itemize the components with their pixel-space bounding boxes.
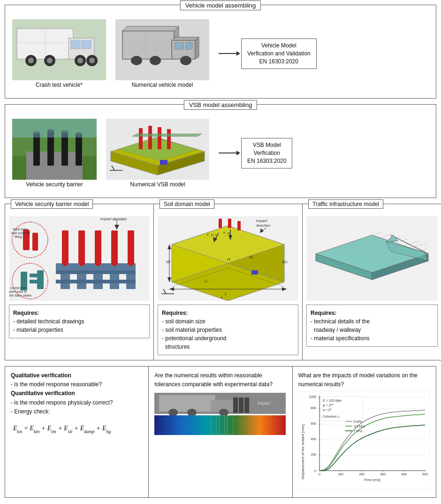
energy-formula: Etot = Ekin + Eint + Esli + Edamp + Ehg xyxy=(11,418,143,439)
svg-point-149 xyxy=(168,409,178,416)
simulation-images-svg: impact xyxy=(154,393,286,435)
svg-rect-33 xyxy=(33,133,40,166)
svg-marker-17 xyxy=(122,26,179,31)
svg-text:1000: 1000 xyxy=(309,395,316,398)
vehicle-arrow-connector: Vehicle ModelVerfication and ValidationE… xyxy=(219,38,317,69)
vehicle-arrow xyxy=(219,53,237,54)
svg-rect-47 xyxy=(139,128,143,149)
svg-text:L: L xyxy=(225,291,227,296)
traffic-model-requires: Requires: - technical details of the roa… xyxy=(306,305,438,347)
vehicle-assembling-section: Vehicle model assembling xyxy=(5,5,436,99)
vsb-verification-text: VSB ModelVerficationEN 16303:2020 xyxy=(247,141,286,165)
numerical-vsb-block: Numerical VSB model xyxy=(106,119,209,188)
svg-text:Time [ms]: Time [ms] xyxy=(364,478,380,482)
variations-question: What are the impacts of model variations… xyxy=(298,371,430,389)
traffic-requires-title: Requires: xyxy=(311,310,336,316)
vsb-assembling-section: VSB model assembling xyxy=(5,104,436,198)
svg-rect-36 xyxy=(76,134,82,166)
svg-text:impact: impact xyxy=(256,219,267,223)
svg-rect-156 xyxy=(154,415,286,435)
svg-text:impact direction: impact direction xyxy=(100,217,127,221)
svg-text:Lₛ: Lₛ xyxy=(205,278,209,283)
svg-point-70 xyxy=(62,260,68,266)
vsb-model-image: Steel tube and concrete filling Connecti… xyxy=(9,216,150,301)
svg-text:200: 200 xyxy=(311,453,316,456)
svg-text:Cohesion c: Cohesion c xyxy=(323,415,340,418)
svg-rect-68 xyxy=(111,230,118,264)
svg-rect-120 xyxy=(251,270,258,275)
soil-model-col: Soil domain model W W₀ L xyxy=(153,204,303,360)
svg-text:3.5 kPa: 3.5 kPa xyxy=(354,425,365,428)
vsb-assembling-title: VSB model assembling xyxy=(184,100,257,110)
svg-rect-154 xyxy=(244,397,249,413)
crash-truck-svg xyxy=(12,19,106,80)
svg-marker-20 xyxy=(172,37,199,40)
svg-text:0: 0 xyxy=(314,469,316,473)
svg-rect-63 xyxy=(56,270,136,274)
svg-point-72 xyxy=(95,260,101,266)
soil-require-1: - soil domain size xyxy=(162,318,205,325)
svg-rect-23 xyxy=(186,43,192,49)
svg-point-71 xyxy=(79,260,84,266)
svg-text:300: 300 xyxy=(380,473,386,476)
svg-rect-64 xyxy=(56,280,136,283)
svg-rect-85 xyxy=(37,270,44,289)
svg-rect-51 xyxy=(160,160,167,165)
traffic-require-1: - technical details of the xyxy=(311,318,370,325)
svg-point-25 xyxy=(150,56,161,65)
vsb-verification-box: VSB ModelVerficationEN 16303:2020 xyxy=(241,138,292,168)
svg-point-12 xyxy=(89,58,95,63)
svg-rect-41 xyxy=(12,119,97,137)
svg-text:φ = 37°: φ = 37° xyxy=(323,404,334,407)
svg-point-73 xyxy=(112,260,117,266)
vsb-arrow xyxy=(219,153,237,153)
bottom-numerical-col: Are the numerical results within reasona… xyxy=(148,366,292,498)
vsb-photo-label: Vehicle security barrier xyxy=(26,181,83,188)
svg-text:0 kPa: 0 kPa xyxy=(354,420,362,423)
bottom-section: Qualitative verification - is the model … xyxy=(5,366,436,498)
svg-text:Connection: Connection xyxy=(10,286,27,290)
svg-rect-66 xyxy=(78,230,85,264)
vsb-model-svg: Steel tube and concrete filling Connecti… xyxy=(9,216,150,301)
vsb-require-1: - detailed technical drawings xyxy=(13,318,84,325)
quantitative-item1: - is the model respons physicaly correct… xyxy=(11,398,143,407)
bottom-verification-col: Qualitative verification - is the model … xyxy=(5,366,149,498)
svg-text:0: 0 xyxy=(319,473,320,476)
svg-marker-52 xyxy=(132,134,202,137)
svg-rect-67 xyxy=(95,230,101,264)
soil-require-2: - soil material properties xyxy=(162,327,222,333)
svg-text:impact: impact xyxy=(258,401,270,405)
formula-svg: Etot = Ekin + Eint + Esli + Edamp + Ehg xyxy=(11,420,142,434)
svg-text:W₀: W₀ xyxy=(282,260,288,264)
svg-rect-50 xyxy=(167,129,171,149)
svg-rect-3 xyxy=(71,40,80,49)
svg-text:direction: direction xyxy=(256,223,270,228)
traffic-require-2: - material specifications xyxy=(311,335,369,342)
svg-rect-48 xyxy=(148,126,152,149)
svg-rect-152 xyxy=(233,397,238,413)
crash-test-label: Crash test vehicle* xyxy=(36,82,83,88)
vsb-model-title: Vehicle security barrier model xyxy=(11,199,93,209)
soil-model-requires: Requires: - soil domain size - soil mate… xyxy=(158,305,298,355)
numerical-vehicle-label: Numerical vehicle model xyxy=(132,82,193,88)
svg-text:200: 200 xyxy=(359,473,365,476)
traffic-model-svg xyxy=(306,216,438,301)
svg-text:F_H 1: F_H 1 xyxy=(207,233,217,237)
bottom-variations-col: What are the impacts of model variations… xyxy=(292,366,436,498)
svg-text:400: 400 xyxy=(401,473,407,476)
svg-rect-16 xyxy=(122,31,174,59)
svg-text:500: 500 xyxy=(422,473,428,476)
soil-require-3b: structures xyxy=(162,344,190,350)
numerical-question: Are the numerical results within reasona… xyxy=(154,371,286,389)
three-col-section: Vehicle security barrier model xyxy=(5,204,436,360)
variations-chart-svg: Displacement of the bollard [mm] 0 200 4… xyxy=(298,391,430,489)
vsb-photo-block: Vehicle security barrier xyxy=(12,119,97,188)
svg-rect-108 xyxy=(228,219,231,228)
svg-text:filling: filling xyxy=(15,235,22,239)
svg-point-151 xyxy=(219,409,228,416)
vsb-require-2: - material properties xyxy=(13,327,63,333)
numerical-vehicle-image xyxy=(115,19,209,80)
svg-text:steel tube to: steel tube to xyxy=(9,290,27,293)
main-container: Vehicle model assembling xyxy=(0,0,441,503)
svg-text:a = 0°: a = 0° xyxy=(323,408,332,412)
